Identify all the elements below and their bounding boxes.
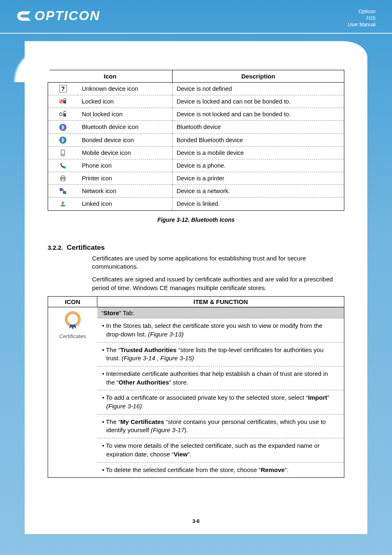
row-desc: Bonded Bluetooth device [172, 134, 344, 146]
svg-point-12 [64, 166, 66, 168]
row-name: Unknown device icon [78, 83, 172, 95]
row-name: Network icon [78, 185, 172, 198]
row-icon [48, 172, 78, 185]
tab-bold: Store [104, 309, 119, 316]
hdr-line2: H15 [348, 15, 376, 21]
svg-rect-14 [61, 176, 64, 178]
svg-rect-11 [62, 154, 64, 155]
row-desc: Device is not locked and can be bonded t… [172, 108, 344, 121]
row-name: Printer icon [78, 172, 172, 185]
brand-text: OPTICON [35, 8, 100, 23]
content-sheet: Icon Description ?Unknown device iconDev… [25, 41, 367, 534]
row-desc: Device is linked. [172, 198, 344, 210]
bluetooth-icons-table: Icon Description ?Unknown device iconDev… [48, 70, 344, 211]
table-row: Linked iconDevice is linked. [48, 198, 344, 210]
list-item: Intermediate certificate authorities tha… [97, 366, 344, 390]
section-number: 3.2.2. [48, 244, 63, 251]
row-desc: Device is not defined [172, 83, 344, 95]
row-icon [48, 185, 78, 198]
logo: OPTICON [16, 8, 100, 23]
hdr-line3: User Manual [348, 21, 376, 28]
svg-rect-2 [63, 100, 66, 104]
svg-rect-17 [60, 189, 62, 191]
list-item: To view more details of the selected cer… [97, 438, 344, 462]
svg-rect-15 [61, 179, 64, 181]
row-name: Bluetooth device icon [78, 121, 172, 134]
svg-rect-10 [62, 150, 64, 153]
page-number: 3-6 [25, 518, 367, 524]
row-desc: Bluetooth device [172, 121, 344, 134]
table-row: ?Unknown device iconDevice is not define… [48, 83, 344, 95]
certificates-table: ICON ITEM & FUNCTION Certificates “Store… [48, 296, 344, 478]
list-item: To delete the selected certificate from … [97, 463, 344, 478]
row-desc: Device is locked and can not be bonded t… [172, 95, 344, 108]
row-icon [48, 146, 78, 159]
table-row: Bonded device iconBonded Bluetooth devic… [48, 134, 344, 146]
header-separator [0, 33, 392, 34]
figure-caption: Figure 3-12. Bluetooth Icons [48, 216, 344, 223]
svg-line-1 [60, 100, 62, 103]
th-desc: Description [172, 70, 344, 83]
row-icon [48, 121, 78, 134]
svg-point-16 [65, 177, 65, 178]
table-row: Network iconDevice is a network. [48, 185, 344, 198]
header: OPTICON Opticon H15 User Manual [0, 0, 392, 33]
row-desc: Device is a printer [172, 172, 344, 185]
list-item: The “Trusted Authorities “store lists th… [97, 343, 344, 366]
row-icon [48, 198, 78, 210]
table-row: Not locked iconDevice is not locked and … [48, 108, 344, 121]
svg-point-20 [66, 313, 79, 326]
svg-rect-4 [63, 113, 66, 117]
row-name: Phone icon [78, 159, 172, 172]
section-heading: 3.2.2. Certificates [48, 244, 344, 252]
store-tab-label: “Store” Tab: [97, 307, 344, 318]
list-item: To add a certificate or associated priva… [97, 390, 344, 414]
section-title: Certificates [67, 244, 105, 251]
row-desc: Device is a mobile device [172, 146, 344, 159]
row-name: Locked icon [78, 95, 172, 108]
row-name: Mobile device icon [78, 146, 172, 159]
section-para-2: Certificates are signed and issued by ce… [92, 275, 344, 292]
cert-icon-label: Certificates [51, 333, 95, 339]
section-para-1: Certificates are used by some applicatio… [92, 254, 344, 271]
table-row: Mobile device iconDevice is a mobile dev… [48, 146, 344, 159]
list-item: In the Stores tab, select the certificat… [97, 318, 344, 342]
certificates-icon [63, 311, 82, 329]
row-icon [48, 159, 78, 172]
th-icon: Icon [48, 70, 173, 83]
table-row: Locked iconDevice is locked and can not … [48, 95, 344, 108]
cert-icon-cell: Certificates [48, 307, 97, 478]
row-name: Bonded device icon [78, 134, 172, 146]
th-cert-icon: ICON [48, 297, 97, 307]
tab-post: ” Tab: [119, 309, 134, 316]
row-name: Not locked icon [78, 108, 172, 121]
row-name: Linked icon [78, 198, 172, 210]
logo-icon [16, 10, 32, 22]
row-desc: Device is a network. [172, 185, 344, 198]
hdr-line1: Opticon [348, 8, 376, 15]
table-row: Bluetooth device iconBluetooth device [48, 121, 344, 134]
cert-func-cell: “Store” Tab: In the Stores tab, select t… [97, 307, 344, 478]
list-item: The “My Certificates “store contains you… [97, 415, 344, 438]
row-icon [48, 108, 78, 121]
table-row: Phone iconDevice is a phone. [48, 159, 344, 172]
row-icon [48, 134, 78, 146]
table-row: Printer iconDevice is a printer [48, 172, 344, 185]
header-right: Opticon H15 User Manual [348, 8, 376, 28]
row-icon: ? [48, 83, 78, 95]
row-desc: Device is a phone. [172, 159, 344, 172]
svg-point-3 [60, 113, 62, 116]
th-cert-func: ITEM & FUNCTION [97, 297, 344, 307]
row-icon [48, 95, 78, 108]
